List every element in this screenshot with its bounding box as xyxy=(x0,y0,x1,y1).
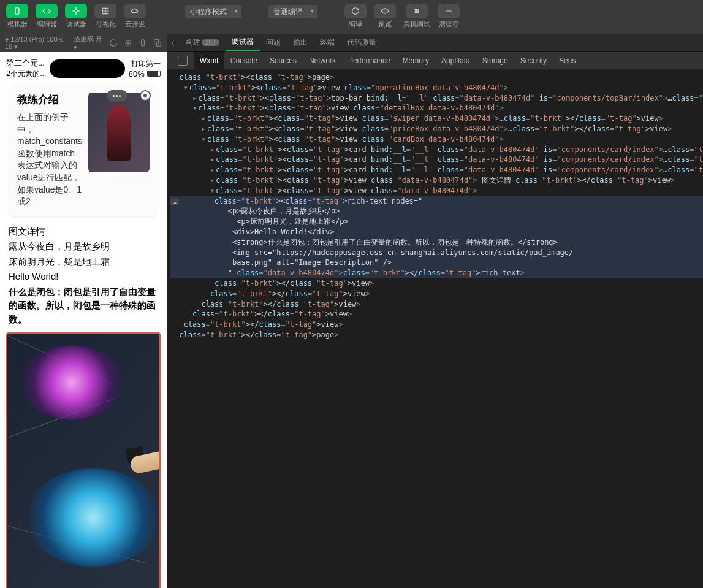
inspector-highlight xyxy=(6,332,161,588)
article-image xyxy=(7,334,161,588)
svg-point-6 xyxy=(127,42,129,44)
simulator-control-bar: e 12/13 (Pro) 100% 16 ▾ 热重载 开 ▾ xyxy=(0,34,167,52)
back-icon[interactable]: ⟨ xyxy=(172,39,175,47)
article-content: 图文详情 露从今夜白，月是故乡明 床前明月光，疑是地上霜 Hello World… xyxy=(6,221,161,330)
output-tab[interactable]: 输出 xyxy=(287,34,314,51)
svg-rect-7 xyxy=(142,40,145,47)
status-bar: 第二个元... 2个元素的... 打印第一 80% xyxy=(6,58,161,79)
appdata-tab[interactable]: AppData xyxy=(435,52,476,69)
devtools-tab-strip: Wxml Console Sources Network Performance… xyxy=(167,52,703,70)
popout-icon[interactable] xyxy=(153,39,162,47)
performance-tab[interactable]: Performance xyxy=(342,52,397,69)
debugger-tab[interactable]: 调试器 xyxy=(226,34,260,51)
simulator-screen[interactable]: 第二个元... 2个元素的... 打印第一 80% 教练介绍 在上面的例子中，m… xyxy=(0,52,167,588)
svg-point-1 xyxy=(75,10,78,13)
coach-card[interactable]: 教练介绍 在上面的例子中，match_constants函数使用match表达式… xyxy=(9,84,158,216)
preview-btn[interactable] xyxy=(374,4,396,18)
cloud-btn[interactable] xyxy=(124,4,146,18)
debugger-btn[interactable] xyxy=(65,4,87,18)
sub-tab-strip: ⟨ 构建287 调试器 问题 输出 终端 代码质量 xyxy=(167,34,703,52)
clear-cache-btn[interactable] xyxy=(438,4,460,18)
build-tab[interactable]: 构建287 xyxy=(180,34,226,51)
network-tab[interactable]: Network xyxy=(303,52,342,69)
debugger-panel: ⟨ 构建287 调试器 问题 输出 终端 代码质量 Wxml Console S… xyxy=(167,34,703,588)
dynamic-island xyxy=(50,59,125,78)
article-heading: 图文详情 xyxy=(9,225,158,239)
mode-select[interactable]: 小程序模式 xyxy=(185,5,241,18)
element-picker-icon[interactable] xyxy=(172,52,194,69)
simulator-btn[interactable] xyxy=(6,4,28,18)
hot-reload-toggle[interactable]: 热重载 开 ▾ xyxy=(74,34,103,52)
sensor-tab[interactable]: Sens xyxy=(553,52,582,69)
memory-tab[interactable]: Memory xyxy=(397,52,435,69)
problems-tab[interactable]: 问题 xyxy=(260,34,287,51)
wxml-element-tree[interactable]: class="t-brkt"><class="t-tag">page> clas… xyxy=(167,70,703,588)
editor-btn[interactable] xyxy=(36,4,58,18)
svg-point-3 xyxy=(384,10,386,12)
record-icon[interactable] xyxy=(124,39,132,47)
top-toolbar: 模拟器 编辑器 调试器 可视化 云开发 小程序模式 普通编译 编译 预览 真机调… xyxy=(0,0,703,34)
device-select[interactable]: e 12/13 (Pro) 100% 16 ▾ xyxy=(5,36,67,51)
quality-tab[interactable]: 代码质量 xyxy=(341,34,382,51)
sources-tab[interactable]: Sources xyxy=(264,52,303,69)
compile-btn[interactable] xyxy=(344,4,367,18)
refresh-icon[interactable] xyxy=(109,39,118,47)
security-tab[interactable]: Security xyxy=(514,52,553,69)
card-image xyxy=(88,93,150,172)
card-title: 教练介绍 xyxy=(17,93,82,107)
remote-debug-btn[interactable] xyxy=(406,4,428,18)
console-tab[interactable]: Console xyxy=(224,52,264,69)
battery-icon xyxy=(147,71,161,77)
menu-dots-icon[interactable] xyxy=(107,90,127,101)
terminal-tab[interactable]: 终端 xyxy=(314,34,341,51)
target-icon[interactable] xyxy=(140,90,151,101)
device-icon[interactable] xyxy=(139,39,147,47)
simulator-panel: e 12/13 (Pro) 100% 16 ▾ 热重载 开 ▾ 第二个元... … xyxy=(0,34,167,588)
wxml-tab[interactable]: Wxml xyxy=(194,52,224,69)
card-description: 在上面的例子中，match_constants函数使用match表达式对输入的v… xyxy=(17,112,82,208)
compile-select[interactable]: 普通编译 xyxy=(268,5,317,18)
svg-rect-0 xyxy=(15,8,19,15)
visualize-btn[interactable] xyxy=(94,4,116,18)
storage-tab[interactable]: Storage xyxy=(476,52,514,69)
